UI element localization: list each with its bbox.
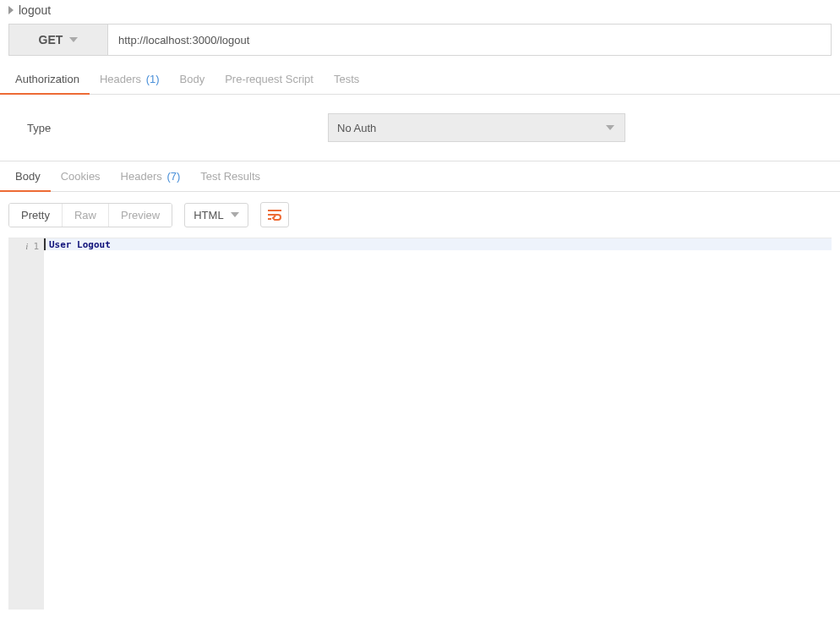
syntax-format-label: HTML xyxy=(194,209,223,221)
info-icon: i xyxy=(25,241,28,251)
auth-type-select[interactable]: No Auth xyxy=(328,113,625,142)
chevron-down-icon xyxy=(606,125,614,130)
response-body-editor: i 1 User Logout xyxy=(8,238,832,610)
view-preview-button[interactable]: Preview xyxy=(108,204,172,227)
syntax-format-select[interactable]: HTML xyxy=(184,203,248,227)
tab-headers-count: (1) xyxy=(146,73,160,85)
line-wrap-icon xyxy=(267,209,282,221)
line-gutter: i 1 xyxy=(8,238,44,610)
tab-test-results[interactable]: Test Results xyxy=(190,161,270,191)
response-line-content: User Logout xyxy=(49,239,111,250)
chevron-down-icon xyxy=(69,37,78,42)
tab-headers-label: Headers xyxy=(100,73,141,85)
tab-headers[interactable]: Headers (1) xyxy=(90,64,170,94)
view-raw-button[interactable]: Raw xyxy=(62,204,108,227)
expand-caret-icon[interactable] xyxy=(8,6,14,14)
tab-response-body[interactable]: Body xyxy=(5,161,51,191)
tab-body[interactable]: Body xyxy=(170,64,215,94)
tab-authorization[interactable]: Authorization xyxy=(5,64,90,94)
tab-tests[interactable]: Tests xyxy=(324,64,369,94)
view-mode-group: Pretty Raw Preview xyxy=(8,203,172,227)
request-url-input[interactable] xyxy=(108,24,832,56)
tab-response-headers-label: Headers xyxy=(121,170,162,183)
code-body[interactable]: User Logout xyxy=(44,238,832,610)
request-name: logout xyxy=(19,3,51,17)
http-method-label: GET xyxy=(39,33,63,46)
tab-response-headers[interactable]: Headers (7) xyxy=(111,161,191,191)
line-wrap-button[interactable] xyxy=(260,202,289,227)
auth-type-label: Type xyxy=(27,122,328,134)
tab-pre-request-script[interactable]: Pre-request Script xyxy=(215,64,324,94)
response-tabs: Body Cookies Headers (7) Test Results xyxy=(0,161,840,192)
tab-response-headers-count: (7) xyxy=(166,170,180,183)
auth-type-value: No Auth xyxy=(337,122,376,134)
tab-response-cookies[interactable]: Cookies xyxy=(51,161,111,191)
view-pretty-button[interactable]: Pretty xyxy=(9,204,62,227)
line-number: 1 xyxy=(33,241,39,252)
chevron-down-icon xyxy=(231,212,239,217)
request-tabs: Authorization Headers (1) Body Pre-reque… xyxy=(0,64,840,95)
http-method-dropdown[interactable]: GET xyxy=(8,24,108,56)
